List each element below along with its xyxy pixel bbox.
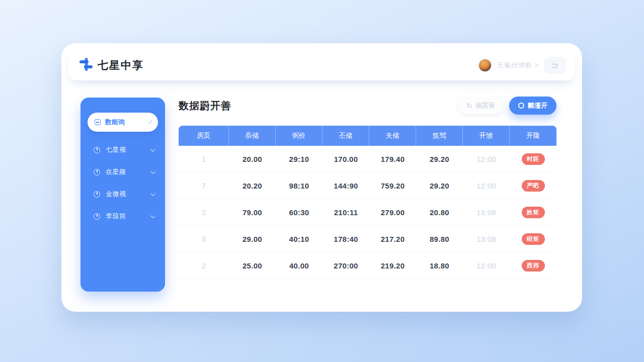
chevron-down-icon	[150, 169, 155, 174]
data-table: 房页 忝储 弼价 丕储 夫储 筑驾 开雏 开隆 1 20.00 29:10 17…	[179, 126, 556, 279]
cell-value: 210:11	[323, 199, 369, 225]
table-row: 2 25.00 40.00 270:00 219.20 18.80 12:00 …	[179, 252, 556, 279]
sidebar-item[interactable]: 在星频	[88, 161, 158, 183]
cell-status: 西邦	[510, 252, 556, 279]
secondary-button-label: 俐莫菊	[475, 101, 495, 110]
column-header: 开隆	[510, 126, 556, 146]
menu-grid-icon	[95, 119, 101, 125]
table-row: 1 20.00 29:10 170.00 179.40 29.20 12:00 …	[179, 146, 556, 172]
cell-index: 3	[179, 226, 229, 252]
status-badge[interactable]: 严吧	[522, 180, 545, 192]
logout-button[interactable]: ⊃	[544, 57, 566, 74]
cell-value: 89.80	[416, 226, 463, 252]
cell-status: 姓矩	[510, 199, 556, 225]
cell-value: 144:90	[323, 172, 369, 199]
chevron-down-icon	[150, 191, 155, 196]
status-badge[interactable]: 西邦	[522, 260, 545, 272]
brand: 七星中享	[79, 58, 144, 73]
cell-value: 20.80	[416, 199, 463, 225]
cell-value: 219.20	[369, 252, 416, 279]
sidebar: 数能询 ∕ 七星视 在星频 金微视 李琼筒	[80, 98, 165, 292]
table-row: 3 29.00 40:10 178:40 217.20 89.80 13:08 …	[179, 226, 556, 252]
column-header: 筑驾	[416, 126, 463, 146]
clock-icon	[94, 169, 100, 175]
column-header: 丕储	[323, 126, 369, 146]
cell-value: 20.20	[229, 172, 276, 199]
cell-value: 217.20	[369, 226, 416, 252]
content-header: 数据罻开善 ↻ 俐莫菊 毈濡开	[179, 96, 556, 116]
cell-value: 179.40	[369, 146, 416, 172]
cell-value: 98:10	[276, 172, 323, 199]
table-row: 2 79.00 60:30 210:11 279.00 20.80 13:08 …	[179, 199, 556, 226]
status-badge[interactable]: 时距	[522, 153, 545, 165]
cell-value: 29:10	[276, 146, 323, 172]
primary-button-label: 毈濡开	[528, 101, 547, 110]
cell-index: 7	[179, 172, 229, 199]
logout-icon: ⊃	[551, 61, 558, 70]
cell-value: 29.20	[416, 146, 463, 172]
sidebar-menu: 七星视 在星频 金微视 李琼筒	[88, 139, 158, 227]
chevron-down-icon	[150, 147, 155, 152]
cell-value: 279.00	[369, 199, 416, 225]
cell-index: 2	[179, 199, 229, 225]
clock-icon	[94, 147, 100, 153]
column-header: 开雏	[463, 126, 510, 146]
sidebar-item-label: 数能询	[105, 118, 125, 127]
column-header: 房页	[179, 126, 229, 146]
cell-time: 12:00	[463, 146, 510, 172]
sidebar-item[interactable]: 李琼筒	[88, 205, 158, 227]
column-header: 弼价	[276, 126, 323, 146]
cell-index: 1	[179, 146, 229, 172]
cell-value: 170.00	[323, 146, 369, 172]
cell-time: 13:08	[463, 199, 510, 225]
cell-time: 12:00	[463, 252, 510, 279]
status-badge[interactable]: 姓矩	[522, 207, 545, 218]
clock-icon	[94, 191, 100, 198]
cell-value: 20.00	[229, 146, 276, 172]
circle-icon	[518, 103, 524, 109]
secondary-button[interactable]: ↻ 俐莫菊	[458, 97, 503, 114]
edit-slash-icon: ∕	[150, 119, 151, 126]
cell-value: 40:10	[276, 226, 323, 252]
page-title: 数据罻开善	[179, 99, 231, 113]
cell-index: 2	[179, 252, 229, 279]
cell-value: 40.00	[276, 252, 323, 279]
cell-value: 25.00	[229, 252, 276, 279]
logo-icon	[79, 58, 93, 73]
cell-value: 270:00	[323, 252, 369, 279]
user-area: 无氟丝绸貌 > ⊃	[478, 57, 566, 74]
top-header: 七星中享 无氟丝绸貌 > ⊃	[68, 50, 575, 80]
cell-value: 60:30	[276, 199, 323, 225]
cell-value: 759.20	[369, 172, 416, 199]
sidebar-item[interactable]: 七星视	[88, 139, 158, 161]
refresh-icon: ↻	[466, 102, 472, 109]
cell-status: 绍矩	[510, 226, 556, 252]
primary-button[interactable]: 毈濡开	[509, 97, 556, 115]
toolbar: ↻ 俐莫菊 毈濡开	[458, 97, 556, 115]
column-header: 夫储	[369, 126, 416, 146]
cell-time: 12:00	[463, 172, 510, 199]
cell-time: 13:08	[463, 226, 510, 252]
user-name-label[interactable]: 无氟丝绸貌 >	[497, 61, 539, 70]
cell-status: 严吧	[510, 172, 556, 199]
cell-status: 时距	[510, 146, 556, 172]
cell-value: 29.20	[416, 172, 463, 199]
avatar[interactable]	[478, 58, 492, 72]
cell-value: 29.00	[229, 226, 276, 252]
clock-icon	[94, 213, 100, 220]
app-title: 七星中享	[98, 58, 144, 72]
cell-value: 79.00	[229, 199, 276, 225]
status-badge[interactable]: 绍矩	[522, 233, 545, 245]
sidebar-item[interactable]: 金微视	[88, 183, 158, 205]
column-header: 忝储	[229, 126, 276, 146]
app-window: 七星中享 无氟丝绸貌 > ⊃ 数能询 ∕ 七星视 在星频 金微视 李	[61, 43, 582, 312]
table-body: 1 20.00 29:10 170.00 179.40 29.20 12:00 …	[179, 146, 556, 279]
sidebar-item-selected[interactable]: 数能询 ∕	[88, 113, 158, 132]
cell-value: 18.80	[416, 252, 463, 279]
cell-value: 178:40	[323, 226, 369, 252]
table-row: 7 20.20 98:10 144:90 759.20 29.20 12:00 …	[179, 172, 556, 199]
table-header-row: 房页 忝储 弼价 丕储 夫储 筑驾 开雏 开隆	[179, 126, 556, 146]
chevron-down-icon	[150, 213, 155, 218]
